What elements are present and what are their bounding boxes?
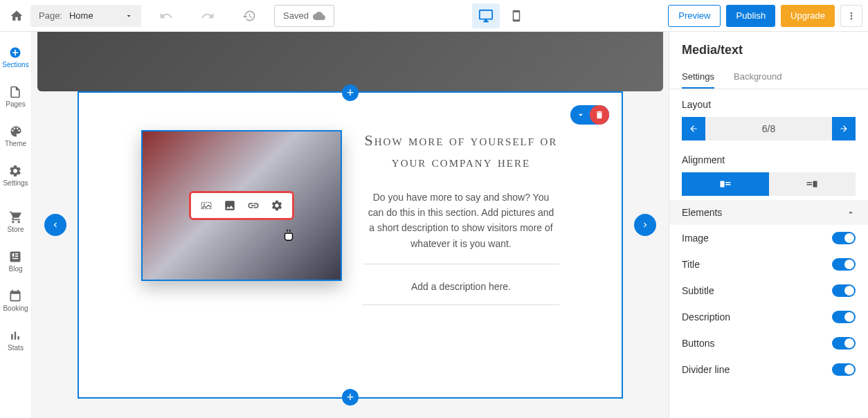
elements-label: Elements [682, 207, 722, 218]
left-sidebar: Sections Pages Theme Settings Store Blog… [0, 32, 32, 418]
chevron-down-icon [576, 110, 586, 120]
toggle-description[interactable] [832, 311, 856, 323]
sidebar-label: Settings [3, 179, 28, 187]
add-section-above-button[interactable]: + [342, 84, 359, 101]
sidebar-label: Stats [8, 344, 24, 352]
upgrade-button[interactable]: Upgrade [781, 5, 835, 27]
tab-background[interactable]: Background [734, 66, 781, 89]
toggle-subtitle[interactable] [832, 284, 856, 297]
saved-button[interactable]: Saved [274, 5, 334, 27]
element-label: Divider line [682, 364, 730, 375]
cloud-icon [313, 10, 325, 22]
layout-next-button[interactable] [832, 117, 856, 140]
section-title[interactable]: Show more of yourself or your company he… [363, 130, 559, 173]
sidebar-item-sections[interactable]: Sections [2, 46, 28, 69]
text-column: Show more of yourself or your company he… [363, 130, 559, 322]
layout-value: 6/8 [705, 117, 832, 140]
image-upload-button[interactable] [221, 197, 238, 214]
image-toolbar [189, 191, 294, 220]
element-label: Image [682, 233, 709, 244]
page-selector[interactable]: Page: Home [30, 5, 141, 27]
element-row-image: Image [669, 225, 868, 251]
section-media-text[interactable]: + + [78, 91, 623, 399]
svg-point-2 [204, 203, 205, 205]
element-row-buttons: Buttons [669, 330, 868, 356]
desktop-view-button[interactable] [472, 3, 500, 28]
sidebar-item-pages[interactable]: Pages [6, 85, 25, 108]
element-label: Subtitle [682, 285, 714, 296]
image-link-button[interactable] [245, 197, 262, 214]
image-column [141, 130, 342, 281]
device-toggle [472, 3, 530, 28]
mobile-view-button[interactable] [503, 3, 530, 28]
nav-prev-button[interactable] [44, 214, 66, 236]
sidebar-label: Store [8, 226, 24, 233]
element-row-subtitle: Subtitle [669, 278, 868, 304]
add-section-below-button[interactable]: + [342, 389, 359, 406]
element-row-divider: Divider line [669, 356, 868, 383]
right-panel: Media/text Settings Background Layout 6/… [669, 32, 868, 418]
sidebar-label: Pages [6, 100, 25, 108]
alignment-section: Alignment [669, 145, 868, 200]
top-toolbar: Page: Home Saved Preview Publish Upgrade [0, 0, 868, 32]
image-placeholder-button[interactable] [198, 197, 215, 214]
canvas: + + [32, 32, 669, 418]
more-button[interactable] [840, 5, 862, 27]
section-description[interactable]: Do you have more to say and show? You ca… [363, 190, 559, 252]
page-label: Page: [39, 10, 62, 21]
sidebar-label: Sections [2, 61, 28, 69]
layout-control: 6/8 [682, 117, 856, 140]
chevron-down-icon [125, 12, 133, 20]
toggle-divider[interactable] [832, 363, 856, 376]
svg-rect-7 [807, 182, 813, 183]
element-label: Title [682, 259, 700, 270]
sidebar-label: Blog [8, 265, 22, 273]
sidebar-item-theme[interactable]: Theme [5, 125, 26, 147]
layout-prev-button[interactable] [682, 117, 705, 140]
sidebar-item-blog[interactable]: Blog [8, 250, 22, 273]
alignment-control [682, 172, 856, 196]
redo-button[interactable] [197, 5, 219, 27]
svg-rect-5 [725, 184, 731, 185]
saved-label: Saved [283, 10, 309, 21]
align-left-button[interactable] [682, 172, 769, 196]
preview-button[interactable]: Preview [668, 5, 721, 27]
sidebar-item-store[interactable]: Store [8, 210, 24, 233]
sidebar-label: Booking [3, 305, 28, 312]
toolbar-right-actions: Preview Publish Upgrade [668, 5, 862, 27]
section-subdescription[interactable]: Add a description here. [363, 281, 559, 292]
svg-rect-3 [720, 181, 724, 188]
nav-next-button[interactable] [634, 214, 656, 236]
element-label: Description [682, 311, 730, 322]
more-vertical-icon [846, 10, 857, 21]
tab-settings[interactable]: Settings [682, 66, 714, 89]
section-delete-button[interactable] [590, 105, 609, 125]
image-element[interactable] [141, 130, 342, 281]
toggle-buttons[interactable] [832, 337, 856, 349]
cursor-icon [281, 227, 296, 242]
toggle-title[interactable] [832, 258, 856, 271]
element-label: Buttons [682, 338, 714, 349]
svg-rect-8 [807, 184, 813, 185]
element-row-description: Description [669, 304, 868, 330]
sidebar-item-settings[interactable]: Settings [3, 164, 28, 187]
panel-title: Media/text [669, 32, 868, 66]
page-value: Home [69, 10, 120, 21]
layout-section: Layout 6/8 [669, 89, 868, 145]
align-right-button[interactable] [769, 172, 856, 196]
image-settings-button[interactable] [269, 197, 285, 214]
section-expand-button[interactable] [570, 105, 591, 125]
sidebar-item-stats[interactable]: Stats [8, 329, 24, 352]
divider-line [363, 264, 559, 264]
section-controls [570, 105, 609, 125]
toggle-image[interactable] [832, 232, 856, 244]
undo-button[interactable] [155, 5, 177, 27]
elements-accordion[interactable]: Elements [669, 200, 868, 225]
history-button[interactable] [238, 5, 260, 27]
home-button[interactable] [6, 5, 28, 27]
svg-rect-6 [813, 181, 817, 188]
sidebar-item-booking[interactable]: Booking [3, 289, 28, 312]
publish-button[interactable]: Publish [726, 5, 775, 27]
svg-rect-4 [725, 182, 731, 183]
content-row: Show more of yourself or your company he… [79, 93, 622, 322]
